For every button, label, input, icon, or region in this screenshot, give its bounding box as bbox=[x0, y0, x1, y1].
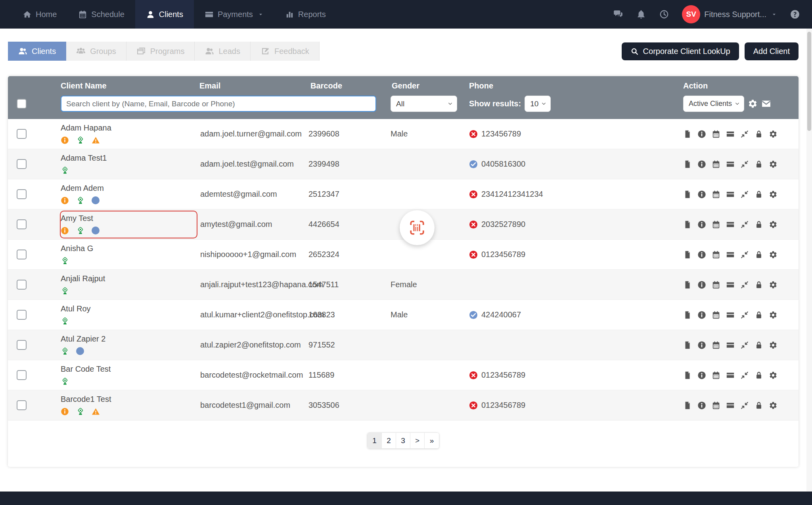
lock-icon[interactable] bbox=[755, 130, 763, 138]
compress-icon[interactable] bbox=[740, 220, 749, 229]
compress-icon[interactable] bbox=[740, 401, 749, 410]
scrollbar-track[interactable] bbox=[806, 29, 812, 492]
tab-groups[interactable]: Groups bbox=[66, 42, 126, 61]
calendar-icon[interactable] bbox=[712, 220, 720, 229]
client-name[interactable]: Atul Roy bbox=[61, 304, 190, 313]
payment-card-icon[interactable] bbox=[726, 160, 735, 169]
client-name[interactable]: Amy Test bbox=[61, 214, 190, 223]
calendar-icon[interactable] bbox=[712, 250, 720, 259]
email-envelope-icon[interactable] bbox=[761, 99, 771, 109]
lock-icon[interactable] bbox=[755, 160, 763, 169]
tab-programs[interactable]: Programs bbox=[126, 42, 195, 61]
chat-icon[interactable] bbox=[613, 9, 623, 19]
calendar-icon[interactable] bbox=[712, 401, 720, 410]
info-icon[interactable] bbox=[697, 341, 706, 349]
nav-item-schedule[interactable]: Schedule bbox=[67, 0, 135, 29]
info-icon[interactable] bbox=[697, 401, 706, 410]
document-icon[interactable] bbox=[683, 130, 692, 138]
nav-item-clients[interactable]: Clients bbox=[135, 0, 194, 29]
client-name[interactable]: Adam Hapana bbox=[61, 123, 190, 132]
settings-icon[interactable] bbox=[769, 220, 778, 229]
nav-item-payments[interactable]: Payments bbox=[194, 0, 274, 29]
status-filter-select[interactable]: Active Clients bbox=[683, 96, 744, 112]
info-icon[interactable] bbox=[697, 250, 706, 259]
document-icon[interactable] bbox=[683, 220, 692, 229]
document-icon[interactable] bbox=[683, 371, 692, 380]
gender-filter-select[interactable]: All bbox=[391, 96, 457, 112]
compress-icon[interactable] bbox=[740, 190, 749, 199]
pagination-button-2[interactable]: 2 bbox=[382, 433, 396, 448]
payment-card-icon[interactable] bbox=[726, 341, 735, 349]
client-name[interactable]: Adama Test1 bbox=[61, 154, 190, 163]
calendar-icon[interactable] bbox=[712, 130, 720, 138]
document-icon[interactable] bbox=[683, 341, 692, 349]
settings-icon[interactable] bbox=[769, 190, 778, 199]
settings-icon[interactable] bbox=[769, 280, 778, 289]
document-icon[interactable] bbox=[683, 160, 692, 169]
row-checkbox[interactable] bbox=[17, 219, 27, 229]
document-icon[interactable] bbox=[683, 311, 692, 319]
compress-icon[interactable] bbox=[740, 311, 749, 319]
notifications-bell-icon[interactable] bbox=[636, 9, 646, 19]
row-checkbox[interactable] bbox=[17, 340, 27, 350]
compress-icon[interactable] bbox=[740, 341, 749, 349]
payment-card-icon[interactable] bbox=[726, 250, 735, 259]
tab-leads[interactable]: Leads bbox=[195, 42, 251, 61]
calendar-icon[interactable] bbox=[712, 190, 720, 199]
pagination-button-1[interactable]: 1 bbox=[368, 433, 382, 448]
lock-icon[interactable] bbox=[755, 250, 763, 259]
document-icon[interactable] bbox=[683, 190, 692, 199]
client-name[interactable]: Barcode1 Test bbox=[61, 395, 190, 404]
lock-icon[interactable] bbox=[755, 341, 763, 349]
payment-card-icon[interactable] bbox=[726, 130, 735, 138]
info-icon[interactable] bbox=[697, 190, 706, 199]
pagination-button-next[interactable]: > bbox=[410, 433, 425, 448]
calendar-icon[interactable] bbox=[712, 371, 720, 380]
lock-icon[interactable] bbox=[755, 220, 763, 229]
compress-icon[interactable] bbox=[740, 250, 749, 259]
compress-icon[interactable] bbox=[740, 280, 749, 289]
client-name[interactable]: Anjali Rajput bbox=[61, 274, 190, 283]
client-name[interactable]: Bar Code Test bbox=[61, 365, 190, 374]
settings-icon[interactable] bbox=[769, 341, 778, 349]
calendar-icon[interactable] bbox=[712, 311, 720, 319]
lock-icon[interactable] bbox=[755, 401, 763, 410]
document-icon[interactable] bbox=[683, 250, 692, 259]
settings-icon[interactable] bbox=[769, 401, 778, 410]
calendar-icon[interactable] bbox=[712, 280, 720, 289]
lock-icon[interactable] bbox=[755, 280, 763, 289]
settings-icon[interactable] bbox=[769, 250, 778, 259]
add-client-button[interactable]: Add Client bbox=[745, 42, 799, 60]
info-icon[interactable] bbox=[697, 160, 706, 169]
document-icon[interactable] bbox=[683, 401, 692, 410]
select-all-checkbox[interactable] bbox=[17, 99, 27, 109]
settings-icon[interactable] bbox=[769, 371, 778, 380]
info-icon[interactable] bbox=[697, 220, 706, 229]
payment-card-icon[interactable] bbox=[726, 311, 735, 319]
compress-icon[interactable] bbox=[740, 130, 749, 138]
scrollbar-thumb[interactable] bbox=[807, 32, 811, 131]
client-name[interactable]: Adem Adem bbox=[61, 184, 190, 193]
nav-item-reports[interactable]: Reports bbox=[274, 0, 337, 29]
compress-icon[interactable] bbox=[740, 371, 749, 380]
info-icon[interactable] bbox=[697, 371, 706, 380]
settings-icon[interactable] bbox=[769, 130, 778, 138]
account-menu[interactable]: SV Fitness Support... bbox=[682, 5, 777, 23]
row-checkbox[interactable] bbox=[17, 280, 27, 290]
client-name[interactable]: Anisha G bbox=[61, 244, 190, 253]
history-clock-icon[interactable] bbox=[659, 9, 669, 19]
payment-card-icon[interactable] bbox=[726, 280, 735, 289]
info-icon[interactable] bbox=[697, 280, 706, 289]
row-checkbox[interactable] bbox=[17, 310, 27, 320]
show-results-select[interactable]: 10 bbox=[525, 96, 551, 112]
row-checkbox[interactable] bbox=[17, 250, 27, 259]
lock-icon[interactable] bbox=[755, 311, 763, 319]
row-checkbox[interactable] bbox=[17, 189, 27, 199]
tab-clients[interactable]: Clients bbox=[8, 42, 66, 61]
settings-icon[interactable] bbox=[769, 311, 778, 319]
pagination-button-3[interactable]: 3 bbox=[396, 433, 410, 448]
row-checkbox[interactable] bbox=[17, 159, 27, 169]
calendar-icon[interactable] bbox=[712, 160, 720, 169]
payment-card-icon[interactable] bbox=[726, 190, 735, 199]
info-icon[interactable] bbox=[697, 130, 706, 138]
